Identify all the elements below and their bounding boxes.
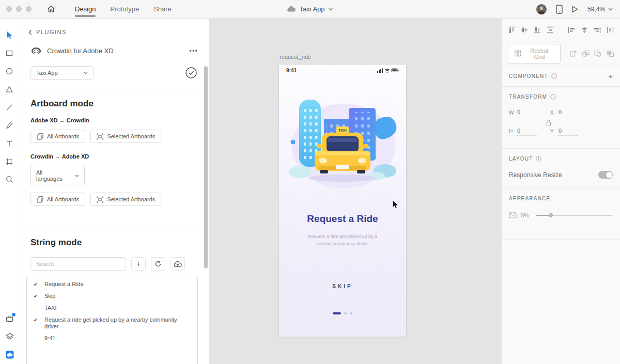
zoom-level: 59,4% — [587, 6, 605, 13]
page-dot-active — [333, 312, 341, 314]
search-input[interactable] — [30, 257, 126, 271]
opacity-slider[interactable] — [536, 215, 613, 216]
refresh-button[interactable] — [151, 257, 165, 271]
lock-aspect-icon[interactable] — [546, 119, 551, 126]
screen-subtitle: Request a ride get picked up by a nearby… — [279, 233, 406, 247]
plugins-panel-button[interactable] — [6, 314, 13, 322]
artboard-tool[interactable] — [0, 152, 19, 170]
appearance-section: APPEARANCE 0% — [502, 188, 620, 240]
string-list-item[interactable]: 9:41 — [27, 333, 197, 344]
width-label: W — [509, 110, 516, 116]
plus-icon: + — [136, 260, 141, 268]
taxi-sign-text: TAXI — [338, 129, 346, 132]
group-icon[interactable] — [582, 50, 590, 57]
back-chevron-icon — [28, 29, 32, 35]
titlebar: Design Prototype Share Taxi App 59,4% — [0, 0, 620, 19]
layers-panel-button[interactable] — [6, 333, 14, 340]
distribute-vertical-icon[interactable] — [547, 26, 554, 34]
artboard-label[interactable]: request_ride — [280, 54, 311, 60]
canvas[interactable]: request_ride 9:41 — [209, 19, 501, 364]
x-input[interactable]: 0 — [557, 108, 578, 117]
artboard-request-ride[interactable]: 9:41 — [279, 65, 406, 337]
add-string-button[interactable]: + — [131, 257, 146, 271]
align-left-icon[interactable] — [568, 26, 575, 34]
layout-section: LAYOUT Responsive Resize — [502, 149, 620, 188]
plugins-back-header[interactable]: PLUGINS — [19, 19, 209, 41]
text-tool[interactable] — [0, 134, 19, 152]
opacity-value: 0% — [521, 212, 529, 218]
opacity-slider-knob[interactable] — [549, 213, 553, 217]
align-bottom-icon[interactable] — [534, 26, 541, 34]
string-list-item[interactable]: ✔ Skip — [27, 290, 197, 302]
rectangle-tool[interactable] — [0, 44, 19, 62]
device-preview-icon[interactable] — [556, 5, 563, 14]
mask-icon[interactable] — [594, 50, 601, 57]
subtitle-line-2: nearby community driver — [279, 240, 406, 247]
repeat-grid-button[interactable]: Repeat Grid — [508, 44, 561, 64]
responsive-resize-toggle[interactable] — [598, 171, 613, 179]
info-icon[interactable] — [551, 73, 557, 79]
align-center-icon[interactable] — [581, 26, 588, 34]
line-tool[interactable] — [0, 98, 19, 116]
tab-design[interactable]: Design — [68, 0, 103, 19]
width-input[interactable]: 0 — [516, 108, 537, 117]
languages-select[interactable]: All languages — [30, 166, 85, 185]
polygon-tool[interactable] — [0, 80, 19, 98]
align-top-icon[interactable] — [508, 26, 515, 34]
string-checkmark: ✔ — [27, 316, 44, 323]
info-icon[interactable] — [536, 156, 541, 162]
select-tool[interactable] — [0, 26, 19, 44]
string-list-item[interactable]: ✔ Request a Ride — [27, 278, 197, 290]
document-title[interactable]: Taxi App — [287, 5, 333, 13]
zoom-control[interactable]: 59,4% — [587, 6, 613, 13]
ellipse-tool[interactable] — [0, 62, 19, 80]
add-component-button[interactable]: + — [608, 72, 613, 81]
play-preview-icon[interactable] — [572, 6, 578, 13]
polygon-icon — [6, 86, 13, 93]
magnifier-icon — [6, 176, 13, 183]
string-text: TAXI — [44, 305, 57, 311]
align-middle-icon[interactable] — [521, 26, 528, 34]
window-controls[interactable] — [6, 6, 32, 12]
layout-heading: LAYOUT — [509, 156, 533, 162]
chevron-down-icon — [329, 8, 333, 11]
string-list-item[interactable]: TAXI — [27, 302, 197, 314]
languages-row: All languages — [30, 166, 198, 185]
selected-artboards-button-2[interactable]: Selected Artboards — [90, 193, 161, 206]
string-list-item[interactable]: ✔ Request a ride get picked up by a near… — [27, 314, 197, 333]
tab-prototype[interactable]: Prototype — [103, 0, 146, 19]
skip-button[interactable]: SKIP — [279, 283, 406, 289]
selection-icon — [97, 196, 103, 203]
creative-cloud-icon[interactable] — [6, 351, 14, 359]
height-input[interactable]: 0 — [516, 126, 537, 136]
all-artboards-button[interactable]: All Artboards — [30, 130, 85, 143]
pen-tool[interactable] — [0, 116, 19, 134]
project-row: Taxi App — [19, 59, 209, 80]
zoom-tool[interactable] — [0, 170, 19, 188]
page-dot — [344, 312, 347, 314]
minimize-window-icon[interactable] — [16, 6, 22, 12]
close-window-icon[interactable] — [6, 6, 12, 12]
all-artboards-button-2[interactable]: All Artboards — [30, 193, 85, 206]
upload-button[interactable] — [171, 257, 185, 271]
info-icon[interactable] — [550, 94, 556, 100]
y-input[interactable]: 0 — [557, 126, 578, 136]
panel-scrollbar[interactable] — [204, 66, 208, 268]
avatar[interactable] — [536, 4, 547, 14]
tab-share[interactable]: Share — [146, 0, 179, 19]
distribute-horizontal-icon[interactable] — [607, 26, 614, 34]
plugin-menu-button[interactable]: ••• — [189, 47, 198, 55]
add-object-icon[interactable] — [570, 50, 577, 57]
opacity-icon — [509, 212, 517, 218]
align-right-icon[interactable] — [594, 26, 601, 34]
string-text: Request a ride get picked up by a nearby… — [44, 316, 183, 330]
project-select[interactable]: Taxi App — [30, 66, 94, 80]
selected-artboards-button[interactable]: Selected Artboards — [90, 130, 161, 143]
boolean-ops-icon[interactable] — [607, 50, 614, 57]
direction-xd-to-crowdin: Adobe XD → Crowdin — [30, 117, 198, 123]
project-select-value: Taxi App — [36, 70, 58, 76]
home-button[interactable] — [47, 5, 55, 13]
settings-check-button[interactable] — [184, 66, 198, 80]
maximize-window-icon[interactable] — [26, 6, 32, 12]
cloud-upload-icon — [174, 261, 182, 267]
